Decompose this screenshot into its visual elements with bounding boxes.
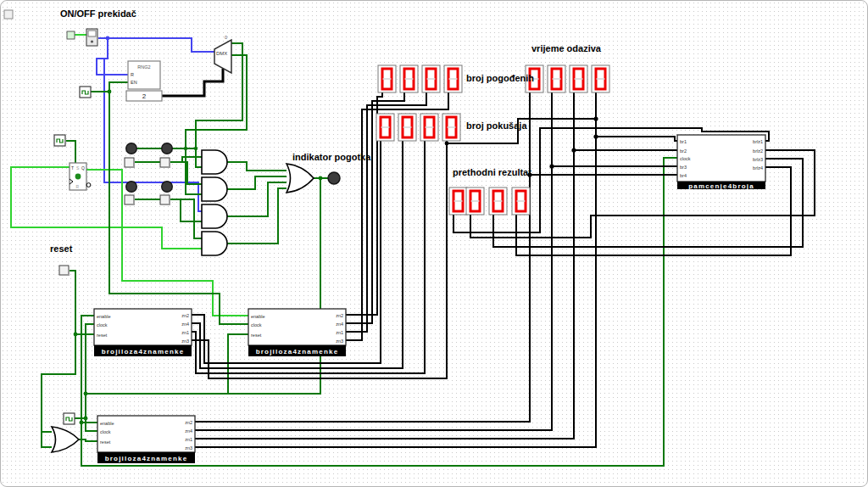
memory-pin-brlz2: brlz2	[753, 148, 763, 154]
seven-segment-display	[466, 188, 484, 215]
memory-pin-br4: br4	[680, 173, 687, 178]
rng-value-probe: 2	[126, 91, 162, 101]
tff-r-label: R	[76, 184, 80, 189]
wire	[162, 69, 223, 96]
counter-subcircuit-2	[248, 309, 346, 356]
t-flipflop[interactable]: T S Q R	[70, 163, 91, 190]
wire	[346, 92, 404, 323]
dmx-out0-label: 0	[225, 35, 227, 40]
wire	[97, 38, 128, 75]
and-gate	[202, 177, 227, 201]
seven-segment-display	[592, 65, 609, 92]
label-onoff: ON/OFF prekidač	[60, 8, 136, 19]
clock-component[interactable]	[54, 135, 65, 146]
rng-title: RNG2	[137, 64, 150, 70]
memory-title: pamcenje4broja	[688, 182, 754, 190]
and-gate	[202, 204, 227, 228]
seven-segment-display	[420, 114, 438, 141]
rng-component: RNG2 R EN	[128, 61, 160, 89]
canvas-marker	[4, 10, 13, 19]
circuit-layer: brojiloza4znamenke enable clock reset zn…	[1, 1, 867, 486]
rng-pin-r: R	[131, 72, 134, 77]
label-prethodni-rezultat: prethodni rezultat	[453, 167, 531, 177]
onoff-switch[interactable]	[86, 29, 97, 46]
guess-button[interactable]	[125, 158, 134, 167]
tff-invert-bubble	[86, 183, 91, 188]
label-broj-pogodenih: broj pogođenih	[466, 73, 534, 83]
led-indicator	[126, 143, 137, 154]
guess-button[interactable]	[160, 158, 170, 167]
seven-segment-display	[444, 65, 462, 92]
memory-pin-brlz3: brlz3	[753, 157, 763, 162]
label-indikator: indikator pogotka	[292, 152, 371, 162]
wire	[227, 162, 287, 171]
demultiplexer: DMX 0	[214, 35, 231, 73]
hit-indicator-led	[328, 172, 340, 184]
and-gate	[202, 232, 227, 255]
memory-pin-br1: br1	[680, 139, 687, 144]
memory-pin-brlz4: brlz4	[753, 165, 763, 171]
wire	[170, 199, 202, 238]
label-broj-pokusaja: broj pokušaja	[466, 120, 527, 131]
rng-pin-en: EN	[131, 80, 137, 85]
seven-segment-display	[548, 65, 565, 92]
wire	[596, 137, 677, 141]
seven-segment-display	[376, 114, 394, 141]
memory-pin-br3: br3	[680, 165, 687, 170]
wire	[98, 38, 214, 52]
seven-segment-display	[398, 114, 416, 141]
counter-subcircuit-1	[94, 309, 192, 356]
wire	[228, 178, 320, 394]
tff-state-dot	[75, 174, 81, 180]
dmx-label: DMX	[216, 51, 227, 56]
input-pin-onoff[interactable]	[67, 31, 75, 39]
rng-value: 2	[142, 92, 147, 100]
guess-button[interactable]	[125, 195, 134, 204]
led-indicator	[162, 182, 173, 193]
seven-segment-display	[400, 65, 418, 92]
seven-segment-display	[512, 188, 530, 215]
logisim-canvas[interactable]: brojiloza4znamenke enable clock reset zn…	[0, 0, 868, 487]
counter-subcircuit-3	[97, 416, 195, 463]
wire	[195, 92, 574, 439]
memory-pin-br2: br2	[680, 148, 687, 154]
seven-segment-display	[449, 188, 467, 215]
and-gate	[202, 150, 227, 174]
tff-t-label: T	[71, 165, 74, 171]
memory-pin-clock: clock	[680, 156, 691, 161]
label-reset: reset	[50, 244, 73, 254]
tff-q-label: Q	[81, 165, 85, 171]
seven-segment-display	[422, 65, 440, 92]
seven-segment-display	[442, 114, 460, 141]
led-indicator	[162, 143, 173, 154]
seven-segment-display	[570, 65, 587, 92]
seven-segment-display	[489, 188, 507, 215]
led-indicator	[126, 182, 137, 193]
label-vrijeme-odaziva: vrijeme odaziva	[531, 43, 602, 53]
clock-component[interactable]	[64, 413, 75, 424]
and-gates	[202, 150, 227, 255]
or-gate	[52, 427, 79, 452]
memory-pin-brlz1: brlz1	[753, 139, 763, 144]
reset-button[interactable]	[59, 266, 69, 275]
wire	[11, 167, 202, 249]
seven-segment-display	[378, 65, 396, 92]
guess-button[interactable]	[160, 195, 170, 204]
clock-component[interactable]	[80, 87, 91, 98]
or-gate	[287, 164, 314, 193]
memory-subcircuit: pamcenje4broja br1 br2 clock br3 br4 brl…	[677, 135, 765, 190]
